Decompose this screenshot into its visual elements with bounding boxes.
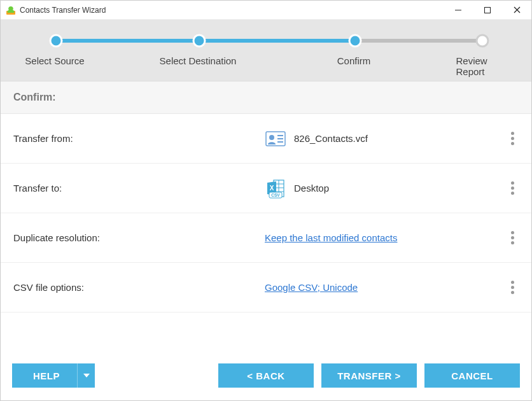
svg-text:X: X <box>270 185 274 192</box>
help-button[interactable]: HELP <box>12 363 95 388</box>
svg-rect-2 <box>485 7 491 13</box>
svg-point-9 <box>349 35 361 46</box>
section-heading: Confirm: <box>1 81 531 114</box>
footer-spacer <box>102 363 211 388</box>
svg-point-10 <box>477 35 488 46</box>
row-value-dup: Keep the last modified contacts <box>265 232 506 243</box>
footer: HELP < BACK TRANSFER > CANCEL <box>1 353 531 400</box>
row-value-from: 826_Contacts.vcf <box>265 128 506 150</box>
step-label-source: Select Source <box>25 55 84 66</box>
excel-csv-icon: X CSV <box>265 178 286 199</box>
help-button-label: HELP <box>33 370 60 381</box>
stepper: Select Source Select Destination Confirm… <box>1 20 531 81</box>
svg-point-12 <box>269 135 274 140</box>
stepper-labels: Select Source Select Destination Confirm… <box>1 55 531 69</box>
confirm-rows: Transfer from: 826_Contacts.vcf Transfer… <box>1 114 531 353</box>
transfer-button[interactable]: TRANSFER > <box>321 363 417 388</box>
svg-point-8 <box>193 35 205 46</box>
minimize-button[interactable] <box>444 1 473 20</box>
back-button[interactable]: < BACK <box>218 363 314 388</box>
titlebar: Contacts Transfer Wizard <box>1 1 531 20</box>
row-label-from: Transfer from: <box>13 133 265 144</box>
row-value-to: X CSV Desktop <box>265 178 506 199</box>
app-icon <box>6 5 16 15</box>
csv-options-link[interactable]: Google CSV; Unicode <box>265 282 358 293</box>
more-button-csv[interactable] <box>506 281 519 294</box>
chevron-down-icon <box>77 363 95 388</box>
to-value: Desktop <box>294 183 329 193</box>
svg-point-7 <box>50 35 62 46</box>
row-label-to: Transfer to: <box>13 183 265 193</box>
step-label-destination: Select Destination <box>160 55 237 66</box>
more-button-from[interactable] <box>506 132 519 145</box>
row-label-dup: Duplicate resolution: <box>13 232 265 243</box>
duplicate-resolution-link[interactable]: Keep the last modified contacts <box>265 232 397 243</box>
row-csv-options: CSV file options: Google CSV; Unicode <box>1 263 531 313</box>
more-button-to[interactable] <box>506 181 519 195</box>
close-button[interactable] <box>502 1 531 20</box>
row-label-csv: CSV file options: <box>13 282 265 293</box>
maximize-button[interactable] <box>473 1 502 20</box>
from-value: 826_Contacts.vcf <box>294 133 368 144</box>
row-duplicate-resolution: Duplicate resolution: Keep the last modi… <box>1 213 531 263</box>
svg-text:CSV: CSV <box>271 193 280 197</box>
step-label-review: Review Report <box>456 55 507 77</box>
row-transfer-from: Transfer from: 826_Contacts.vcf <box>1 114 531 164</box>
row-transfer-to: Transfer to: X CSV Desktop <box>1 164 531 213</box>
more-button-dup[interactable] <box>506 231 519 244</box>
step-label-confirm: Confirm <box>337 55 371 66</box>
window-title: Contacts Transfer Wizard <box>20 6 444 15</box>
cancel-button[interactable]: CANCEL <box>424 363 520 388</box>
contact-card-icon <box>265 128 286 150</box>
row-value-csv: Google CSV; Unicode <box>265 282 506 293</box>
